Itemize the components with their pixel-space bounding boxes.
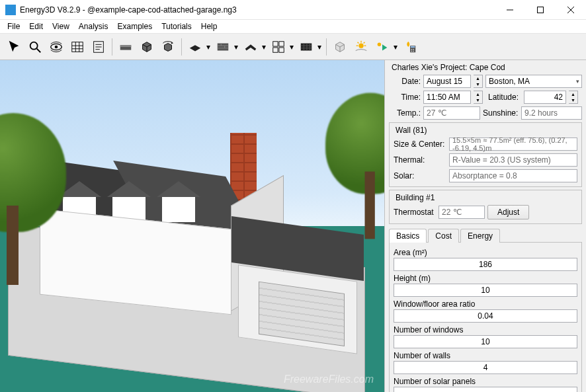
svg-line-5 bbox=[37, 48, 41, 52]
svg-point-44 bbox=[413, 48, 414, 50]
menu-view[interactable]: View bbox=[48, 20, 74, 32]
svg-point-43 bbox=[411, 48, 412, 50]
foundation-icon[interactable] bbox=[116, 37, 136, 57]
minimize-button[interactable] bbox=[495, 0, 525, 19]
calc-icon[interactable] bbox=[400, 37, 420, 57]
svg-point-46 bbox=[413, 50, 414, 52]
menu-tutorials[interactable]: Tutorials bbox=[157, 20, 196, 32]
thermal-label: Thermal: bbox=[394, 155, 446, 165]
solar-readonly: Absorptance = 0.8 bbox=[449, 169, 577, 182]
cube-icon[interactable] bbox=[137, 37, 157, 57]
time-spinner[interactable]: ▲▼ bbox=[474, 91, 483, 104]
menu-analysis[interactable]: Analysis bbox=[74, 20, 113, 32]
building-legend: Building #1 bbox=[394, 193, 437, 202]
latitude-spinner[interactable]: ▲▼ bbox=[569, 91, 578, 104]
chevron-down-icon[interactable]: ▾ bbox=[205, 42, 212, 52]
menu-examples[interactable]: Examples bbox=[113, 20, 157, 32]
date-spinner[interactable]: ▲▼ bbox=[474, 75, 483, 88]
app-icon bbox=[5, 5, 16, 15]
svg-rect-25 bbox=[279, 41, 284, 46]
svg-point-34 bbox=[358, 43, 363, 48]
thermostat-label: Thermostat bbox=[394, 208, 436, 217]
thermal-readonly: R-Value = 20.3 (US system) bbox=[449, 153, 577, 167]
garage-shape bbox=[231, 225, 364, 344]
solar-label: Solar: bbox=[394, 171, 446, 180]
menubar: File Edit View Analysis Examples Tutoria… bbox=[0, 20, 586, 34]
titlebar: Energy3D V8.2.9 - @example-cape-cod-atta… bbox=[0, 0, 586, 20]
maximize-button[interactable] bbox=[525, 0, 556, 19]
tab-energy[interactable]: Energy bbox=[460, 229, 500, 243]
adjust-button[interactable]: Adjust bbox=[487, 205, 529, 219]
tab-body-basics: Area (m²) Height (m) Window/floor area r… bbox=[389, 243, 582, 392]
window-title: Energy3D V8.2.9 - @example-cape-cod-atta… bbox=[20, 5, 495, 15]
height-input[interactable] bbox=[394, 284, 577, 297]
time-input[interactable] bbox=[423, 91, 471, 104]
svg-rect-8 bbox=[72, 42, 83, 52]
side-panel: Charles Xie's Project: Cape Cod Date: ▲▼… bbox=[384, 60, 586, 392]
house-shape bbox=[40, 146, 238, 311]
size-readonly: 15.5×5m ≈ 77.5m² (eff. 75.6), (0.27, -6.… bbox=[449, 137, 577, 151]
nwalls-input[interactable] bbox=[394, 361, 577, 374]
latitude-label: Latitude: bbox=[485, 93, 521, 102]
svg-point-40 bbox=[378, 42, 382, 46]
play-tool[interactable]: ▾ bbox=[372, 37, 399, 57]
chevron-down-icon[interactable]: ▾ bbox=[233, 42, 239, 52]
svg-rect-19 bbox=[218, 43, 229, 50]
solarpanel-tool[interactable]: ▾ bbox=[296, 37, 323, 57]
chevron-down-icon[interactable]: ▾ bbox=[261, 42, 267, 52]
tab-cost[interactable]: Cost bbox=[428, 229, 459, 243]
nwin-label: Number of windows bbox=[394, 325, 577, 334]
svg-line-39 bbox=[364, 42, 365, 43]
cursor-icon[interactable] bbox=[4, 37, 24, 57]
svg-rect-18 bbox=[120, 45, 132, 47]
tree-shape bbox=[0, 113, 66, 285]
svg-point-4 bbox=[30, 42, 38, 49]
toolbar: ▾ ▾ ▾ ▾ ▾ ▾ bbox=[0, 34, 586, 60]
date-input[interactable] bbox=[423, 75, 471, 88]
tab-basics[interactable]: Basics bbox=[389, 229, 427, 243]
close-button[interactable] bbox=[556, 0, 586, 19]
svg-rect-42 bbox=[411, 46, 415, 48]
region-tool[interactable]: ▾ bbox=[269, 37, 295, 57]
grid-icon[interactable] bbox=[67, 37, 87, 57]
nsolar-label: Number of solar panels bbox=[394, 377, 577, 386]
location-combo[interactable]: Boston, MA▾ bbox=[485, 75, 582, 88]
rotate-icon[interactable] bbox=[158, 37, 178, 57]
eye-icon[interactable] bbox=[46, 37, 66, 57]
wall-fieldset: Wall (81) Size & Center: 15.5×5m ≈ 77.5m… bbox=[389, 122, 582, 187]
latitude-input[interactable] bbox=[524, 91, 566, 104]
sunshine-label: Sunshine: bbox=[483, 108, 519, 118]
wfr-input[interactable] bbox=[394, 309, 577, 323]
roof-tool[interactable]: ▾ bbox=[241, 37, 267, 57]
notes-icon[interactable] bbox=[89, 37, 108, 57]
time-label: Time: bbox=[389, 93, 421, 102]
slab-tool[interactable]: ▾ bbox=[185, 37, 212, 57]
svg-rect-1 bbox=[538, 7, 544, 13]
menu-file[interactable]: File bbox=[3, 20, 24, 32]
chevron-down-icon[interactable]: ▾ bbox=[392, 42, 399, 52]
svg-rect-27 bbox=[279, 47, 284, 52]
wall-tool[interactable]: ▾ bbox=[213, 37, 239, 57]
nwin-input[interactable] bbox=[394, 335, 577, 348]
temp-readonly: 27 ℃ bbox=[423, 106, 480, 120]
viewport-3d[interactable]: FreewareFiles.com bbox=[0, 60, 384, 392]
chevron-down-icon[interactable]: ▾ bbox=[316, 42, 323, 52]
svg-rect-24 bbox=[273, 41, 278, 46]
zoom-icon[interactable] bbox=[25, 37, 45, 57]
nsolar-input[interactable] bbox=[394, 387, 577, 392]
tabs: Basics Cost Energy bbox=[389, 228, 582, 243]
svg-point-7 bbox=[55, 45, 58, 48]
preview-icon[interactable] bbox=[330, 37, 350, 57]
area-input[interactable] bbox=[394, 258, 577, 271]
menu-edit[interactable]: Edit bbox=[24, 20, 48, 32]
temp-label: Temp.: bbox=[389, 108, 421, 118]
menu-help[interactable]: Help bbox=[196, 20, 222, 32]
svg-line-38 bbox=[358, 42, 359, 43]
nwalls-label: Number of walls bbox=[394, 351, 577, 360]
wfr-label: Window/floor area ratio bbox=[394, 299, 577, 309]
thermostat-readonly: 22 ℃ bbox=[439, 206, 485, 219]
area-label: Area (m²) bbox=[394, 248, 577, 257]
chevron-down-icon: ▾ bbox=[576, 78, 579, 85]
chevron-down-icon[interactable]: ▾ bbox=[288, 42, 295, 52]
sun-icon[interactable] bbox=[351, 37, 371, 57]
